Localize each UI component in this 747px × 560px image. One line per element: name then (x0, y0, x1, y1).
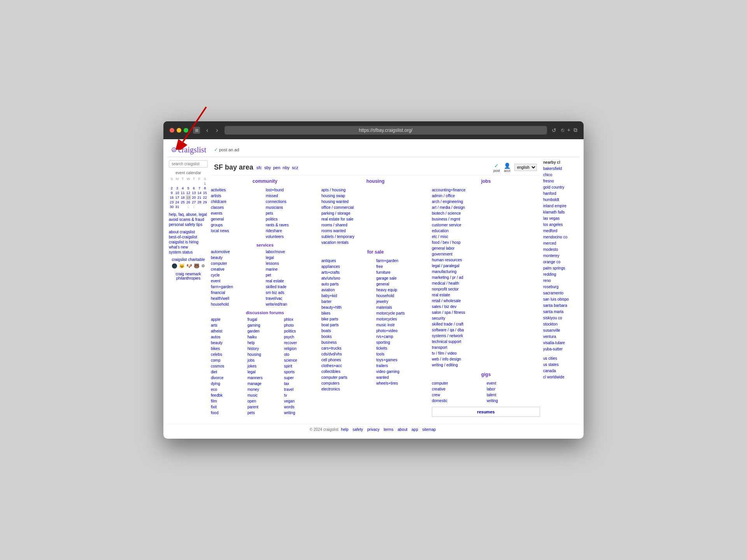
housing-sale[interactable]: real estate for sale (321, 216, 430, 222)
disc-writing[interactable]: writing (284, 410, 319, 416)
community-childcare[interactable]: childcare (211, 199, 264, 205)
gig-labor[interactable]: labor (487, 386, 540, 392)
community-groups[interactable]: groups (211, 222, 264, 228)
sale-video-gaming[interactable]: video gaming (376, 369, 430, 374)
footer-help[interactable]: help (341, 427, 349, 432)
city-orange-co[interactable]: orange co (543, 259, 578, 265)
sale-jewelry[interactable]: jewelry (376, 299, 430, 304)
city-las-vegas[interactable]: las vegas (543, 215, 578, 222)
sale-garage[interactable]: garage sale (376, 275, 430, 281)
disc-parent[interactable]: parent (247, 404, 282, 410)
us-states-link[interactable]: us states (543, 362, 578, 368)
community-pets[interactable]: pets (266, 210, 319, 216)
svc-realestate[interactable]: real estate (266, 278, 319, 284)
cal-cell[interactable]: 15 (202, 191, 208, 195)
help-faq-link[interactable]: help, faq, abuse, legal (169, 212, 208, 217)
cal-cell[interactable]: 10 (174, 191, 180, 195)
disc-open[interactable]: open (247, 398, 282, 404)
disc-recover[interactable]: recover (284, 340, 319, 346)
sale-arts-crafts[interactable]: arts+crafts (321, 270, 375, 275)
disc-sports[interactable]: sports (284, 369, 319, 375)
city-bakersfield[interactable]: bakersfield (543, 166, 578, 172)
job-etc-misc[interactable]: etc / misc (432, 234, 540, 240)
disc-beauty[interactable]: beauty (211, 340, 246, 346)
sale-bikes[interactable]: bikes (321, 310, 375, 316)
gig-computer[interactable]: computer (432, 380, 485, 386)
cal-cell[interactable]: 23 (169, 200, 174, 205)
sale-furniture[interactable]: furniture (376, 270, 430, 275)
sale-aviation[interactable]: aviation (321, 287, 375, 293)
disc-haiku[interactable]: haiku (247, 334, 282, 340)
gig-creative[interactable]: creative (432, 386, 485, 392)
city-palm-springs[interactable]: palm springs (543, 265, 578, 271)
cal-cell[interactable]: 24 (174, 200, 180, 205)
footer-about[interactable]: about (398, 427, 407, 432)
disc-jobs[interactable]: jobs (247, 357, 282, 363)
svc-sm-biz[interactable]: sm biz ads (266, 290, 319, 296)
disc-photo[interactable]: photo (284, 322, 319, 328)
community-volunteers[interactable]: volunteers (266, 234, 319, 240)
job-systems[interactable]: systems / network (432, 333, 540, 339)
city-chico[interactable]: chico (543, 172, 578, 178)
svc-household[interactable]: household (211, 301, 264, 307)
disc-divorce[interactable]: divorce (211, 375, 246, 381)
housing-office[interactable]: office / commercial (321, 205, 430, 210)
disc-money[interactable]: money (247, 387, 282, 392)
job-tv[interactable]: tv / film / video (432, 350, 540, 356)
cal-cell[interactable]: 14 (196, 191, 202, 195)
us-cities-link[interactable]: us cities (543, 355, 578, 362)
city-san-luis-obispo[interactable]: san luis obispo (543, 296, 578, 303)
sale-motorcycles[interactable]: motorcycles (376, 316, 430, 322)
cal-cell[interactable]: 6 (191, 186, 196, 191)
job-arch[interactable]: arch / engineering (432, 199, 540, 205)
job-accounting[interactable]: accounting+finance (432, 187, 540, 193)
close-button[interactable] (170, 128, 174, 133)
system-status-link[interactable]: system status (169, 250, 208, 254)
job-admin[interactable]: admin / office (432, 193, 540, 199)
sale-heavy-equip[interactable]: heavy equip (376, 287, 430, 293)
community-general[interactable]: general (211, 216, 264, 222)
disc-spirit[interactable]: spirit (284, 363, 319, 369)
sale-bike-parts[interactable]: bike parts (321, 316, 375, 322)
disc-eco[interactable]: eco (211, 387, 246, 392)
disc-atheist[interactable]: atheist (211, 328, 246, 334)
disc-celebs[interactable]: celebs (211, 352, 246, 357)
city-santa-maria[interactable]: santa maria (543, 309, 578, 315)
minimize-button[interactable] (177, 128, 181, 133)
cal-cell[interactable]: 27 (191, 200, 196, 205)
sale-computers[interactable]: computers (321, 380, 375, 386)
svc-cycle[interactable]: cycle (211, 272, 264, 278)
sale-baby[interactable]: baby+kid (321, 293, 375, 299)
sale-appliances[interactable]: appliances (321, 264, 375, 270)
community-politics[interactable]: politics (266, 216, 319, 222)
city-humboldt[interactable]: humboldt (543, 197, 578, 203)
svc-labor[interactable]: labor/move (266, 249, 319, 255)
safety-tips-link[interactable]: personal safety tips (169, 222, 208, 227)
job-writing[interactable]: writing / editing (432, 362, 540, 368)
sale-boat-parts[interactable]: boat parts (321, 322, 375, 328)
sale-electronics[interactable]: electronics (321, 386, 375, 392)
job-retail[interactable]: retail / wholesale (432, 298, 540, 304)
hiring-link[interactable]: craigslist is hiring (169, 240, 208, 244)
community-rideshare[interactable]: rideshare (266, 228, 319, 234)
disc-feedbk[interactable]: feedbk (211, 392, 246, 398)
disc-history[interactable]: history (247, 346, 282, 352)
disc-autos[interactable]: autos (211, 334, 246, 340)
cal-cell[interactable]: 20 (191, 195, 196, 200)
disc-comp[interactable]: comp (211, 357, 246, 363)
community-local-news[interactable]: local news (211, 228, 264, 234)
sale-computer-parts[interactable]: computer parts (321, 374, 375, 380)
cal-cell[interactable]: 28 (196, 200, 202, 205)
sale-rvs-camp[interactable]: rvs+camp (376, 334, 430, 340)
disc-frugal[interactable]: frugal (247, 317, 282, 322)
cal-cell[interactable]: 2 (169, 186, 174, 191)
maximize-button[interactable] (184, 128, 188, 133)
cal-cell[interactable]: 12 (186, 191, 191, 195)
job-government[interactable]: government (432, 251, 540, 257)
housing-swap[interactable]: housing swap (321, 193, 430, 199)
footer-safety[interactable]: safety (352, 427, 363, 432)
cal-cell[interactable]: 29 (202, 200, 208, 205)
gig-crew[interactable]: crew (432, 392, 485, 398)
city-stockton[interactable]: stockton (543, 321, 578, 327)
sale-clothes[interactable]: clothes+acc (321, 363, 375, 369)
